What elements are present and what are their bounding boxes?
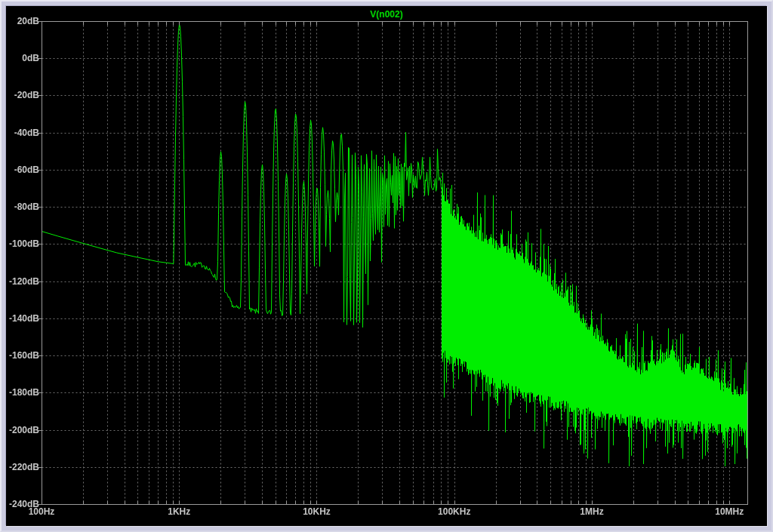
y-axis-label: 20dB	[6, 16, 39, 26]
plot-window: V(n002) 20dB0dB-20dB-40dB-60dB-80dB-100d…	[0, 0, 773, 532]
y-axis-label: -20dB	[6, 90, 39, 100]
x-axis-label: 100Hz	[10, 506, 73, 517]
plot-pane: V(n002) 20dB0dB-20dB-40dB-60dB-80dB-100d…	[6, 6, 767, 526]
x-axis-label: 100KHz	[423, 506, 486, 517]
y-axis-label: -120dB	[6, 276, 39, 287]
y-axis-label: -200dB	[6, 425, 39, 435]
y-axis-label: -140dB	[6, 313, 39, 324]
y-axis-label: -100dB	[6, 238, 39, 249]
y-axis-label: -80dB	[6, 201, 39, 212]
fft-plot-canvas[interactable]	[38, 17, 752, 509]
y-axis-label: -220dB	[6, 462, 39, 472]
y-axis-label: -180dB	[6, 387, 39, 398]
y-axis-label: -40dB	[6, 128, 39, 138]
x-axis-label: 10KHz	[285, 506, 348, 517]
y-axis-label: -60dB	[6, 165, 39, 175]
x-axis-label: 1MHz	[560, 506, 624, 517]
x-axis-label: 1KHz	[147, 506, 211, 517]
x-axis-label: 10MHz	[698, 506, 761, 517]
y-axis-label: -160dB	[6, 350, 39, 361]
y-axis-label: 0dB	[6, 53, 39, 63]
